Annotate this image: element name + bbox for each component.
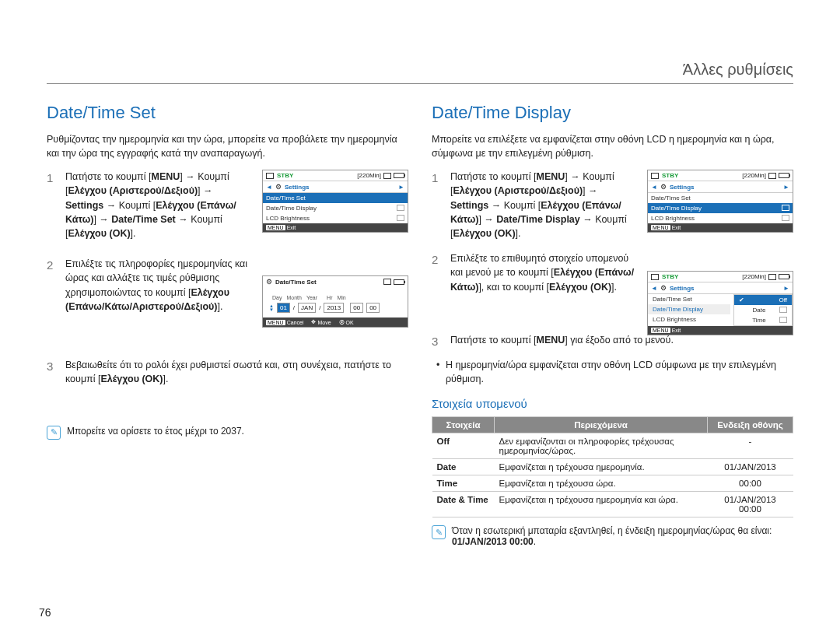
display-icon (397, 205, 404, 211)
gear-icon: ⚙ (660, 284, 667, 292)
right-bullet: Η ημερομηνία/ώρα εμφανίζεται στην οθόνη … (432, 358, 793, 386)
right-step-1: 1 Πατήστε το κουμπί [MENU] → Κουμπί [Ελέ… (432, 170, 638, 240)
right-title: Date/Time Display (432, 103, 793, 123)
table-row: Time Εμφανίζεται η τρέχουσα ώρα. 00:00 (432, 475, 793, 492)
page-number: 76 (39, 606, 51, 619)
sd-icon (383, 173, 391, 179)
note-icon: ✎ (47, 426, 61, 440)
submenu-heading: Στοιχεία υπομενού (432, 397, 793, 410)
left-step-1: 1 Πατήστε το κουμπί [MENU] → Κουμπί [Ελέ… (47, 170, 253, 240)
submenu-table: Στοιχεία Περιεχόμενα Ενδειξη οθόνης Off … (432, 416, 793, 517)
lcd-screenshot-date-editor: ⚙ Date/Time Set Day Month Year Hr Min (262, 275, 408, 328)
card-icon (651, 274, 659, 280)
gear-icon: ⚙ (275, 183, 282, 191)
left-title: Date/Time Set (47, 103, 408, 123)
left-step-2: 2 Επιλέξτε τις πληροφορίες ημερομηνίας κ… (47, 257, 253, 314)
lcd-screenshot-display-list: STBY [220Min] ◄ ⚙ Settings ► Date/Time S… (647, 170, 793, 233)
battery-icon (394, 173, 404, 178)
battery-icon (779, 274, 789, 279)
lcd-screenshot-settings-list: STBY [220Min] ◄ ⚙ Settings ► Date/Time S… (262, 170, 408, 233)
left-note: ✎ Μπορείτε να ορίσετε το έτος μέχρι το 2… (47, 426, 408, 440)
card-icon (266, 173, 274, 179)
battery-icon (394, 279, 404, 285)
right-note: ✎ Όταν η εσωτερική μπαταρία εξαντληθεί, … (432, 525, 793, 547)
gear-icon: ⚙ (266, 278, 272, 286)
brightness-icon (782, 215, 789, 221)
card-icon (651, 173, 659, 179)
table-row: Date Εμφανίζεται η τρέχουσα ημερομηνία. … (432, 459, 793, 475)
gear-icon: ⚙ (660, 183, 667, 191)
lcd-screenshot-display-options: STBY [220Min] ◄ ⚙ Settings ► Date/Time S… (647, 271, 793, 335)
battery-icon (779, 173, 789, 178)
sd-icon (768, 274, 776, 280)
left-column: Date/Time Set Ρυθμίζοντας την ημερομηνία… (47, 103, 408, 547)
right-intro: Μπορείτε να επιλέξετε να εμφανίζεται στη… (432, 132, 793, 160)
page-header: Άλλες ρυθμίσεις (47, 61, 793, 84)
right-step-2: 2 Επιλέξτε το επιθυμητό στοιχείο υπομενο… (432, 251, 638, 293)
right-step-3: 3 Πατήστε το κουμπί [MENU] για έξοδο από… (432, 333, 793, 350)
right-column: Date/Time Display Μπορείτε να επιλέξετε … (432, 103, 793, 547)
note-icon: ✎ (432, 525, 446, 539)
sd-icon (768, 173, 776, 179)
table-row: Off Δεν εμφανίζονται οι πληροφορίες τρέχ… (432, 433, 793, 459)
left-step-3: 3 Βεβαιωθείτε ότι το ρολόι έχει ρυθμιστε… (47, 358, 408, 386)
brightness-icon (397, 215, 404, 221)
left-intro: Ρυθμίζοντας την ημερομηνία και την ώρα, … (47, 132, 408, 160)
table-row: Date & Time Εμφανίζεται η τρέχουσα ημερο… (432, 492, 793, 517)
display-icon (782, 205, 789, 211)
sd-icon (383, 279, 391, 285)
header-category: Άλλες ρυθμίσεις (683, 61, 793, 78)
